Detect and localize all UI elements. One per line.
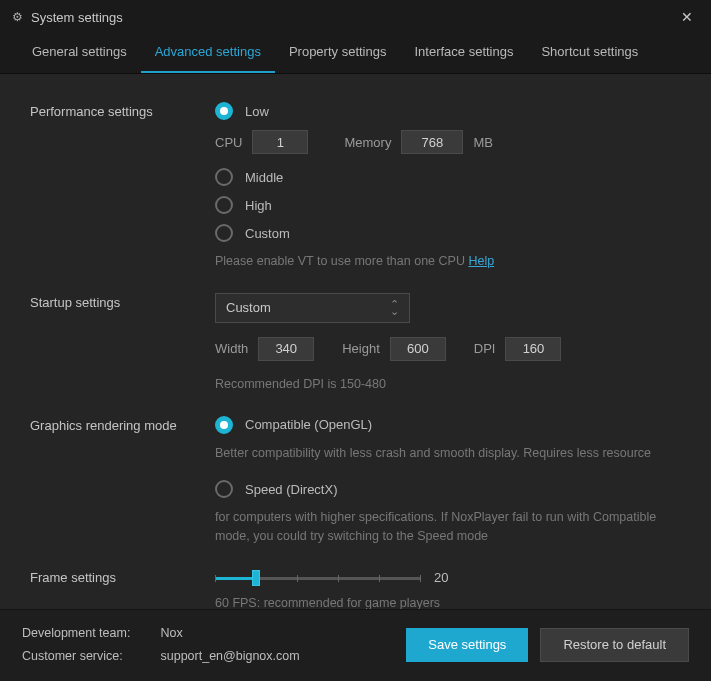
radio-compatible-label: Compatible (OpenGL): [245, 417, 372, 432]
startup-mode-value: Custom: [226, 300, 271, 315]
radio-high-label: High: [245, 198, 272, 213]
dev-team-label: Development team:: [22, 622, 157, 645]
tab-property[interactable]: Property settings: [275, 34, 401, 73]
close-icon[interactable]: ✕: [675, 5, 699, 29]
slider-thumb[interactable]: [252, 570, 260, 586]
speed-hint: for computers with higher specifications…: [215, 508, 681, 546]
cpu-input[interactable]: [252, 130, 308, 154]
radio-low[interactable]: Low: [215, 102, 681, 120]
dev-team-value: Nox: [160, 626, 182, 640]
radio-low-label: Low: [245, 104, 269, 119]
settings-window: ⚙ System settings ✕ General settings Adv…: [0, 0, 711, 681]
content-pane: Performance settings Low CPU Memory MB M…: [0, 74, 711, 609]
memory-unit: MB: [473, 135, 493, 150]
startup-mode-select[interactable]: Custom ⌃⌄: [215, 293, 410, 323]
radio-custom-label: Custom: [245, 226, 290, 241]
titlebar: ⚙ System settings ✕: [0, 0, 711, 34]
dpi-label: DPI: [474, 341, 496, 356]
height-input[interactable]: [390, 337, 446, 361]
radio-speed-label: Speed (DirectX): [245, 482, 337, 497]
tab-interface[interactable]: Interface settings: [400, 34, 527, 73]
height-label: Height: [342, 341, 380, 356]
footer: Development team: Nox Customer service: …: [0, 609, 711, 681]
radio-dot-icon: [215, 168, 233, 186]
graphics-label: Graphics rendering mode: [30, 416, 215, 546]
fps-hint1: 60 FPS: recommended for game players: [215, 594, 681, 609]
performance-label: Performance settings: [30, 102, 215, 271]
radio-custom[interactable]: Custom: [215, 224, 681, 242]
compatible-hint: Better compatibility with less crash and…: [215, 444, 681, 463]
chevron-updown-icon: ⌃⌄: [390, 301, 399, 314]
tab-general[interactable]: General settings: [18, 34, 141, 73]
radio-middle[interactable]: Middle: [215, 168, 681, 186]
radio-speed[interactable]: Speed (DirectX): [215, 480, 681, 498]
tab-shortcut[interactable]: Shortcut settings: [527, 34, 652, 73]
radio-dot-icon: [215, 196, 233, 214]
cpu-label: CPU: [215, 135, 242, 150]
startup-label: Startup settings: [30, 293, 215, 394]
customer-service-label: Customer service:: [22, 645, 157, 668]
fps-slider[interactable]: [215, 568, 420, 588]
help-link[interactable]: Help: [468, 254, 494, 268]
window-title: System settings: [31, 10, 123, 25]
radio-compatible[interactable]: Compatible (OpenGL): [215, 416, 681, 434]
vt-hint: Please enable VT to use more than one CP…: [215, 252, 681, 271]
radio-dot-icon: [215, 416, 233, 434]
radio-dot-icon: [215, 224, 233, 242]
customer-service-value: support_en@bignox.com: [160, 649, 299, 663]
memory-label: Memory: [344, 135, 391, 150]
tab-advanced[interactable]: Advanced settings: [141, 34, 275, 73]
gear-icon: ⚙: [12, 10, 23, 24]
radio-dot-icon: [215, 102, 233, 120]
radio-high[interactable]: High: [215, 196, 681, 214]
tab-bar: General settings Advanced settings Prope…: [0, 34, 711, 74]
restore-button[interactable]: Restore to default: [540, 628, 689, 662]
dpi-hint: Recommended DPI is 150-480: [215, 375, 681, 394]
radio-dot-icon: [215, 480, 233, 498]
frame-label: Frame settings: [30, 568, 215, 609]
width-label: Width: [215, 341, 248, 356]
dpi-input[interactable]: [505, 337, 561, 361]
save-button[interactable]: Save settings: [406, 628, 528, 662]
width-input[interactable]: [258, 337, 314, 361]
radio-middle-label: Middle: [245, 170, 283, 185]
fps-value: 20: [434, 570, 448, 585]
memory-input[interactable]: [401, 130, 463, 154]
